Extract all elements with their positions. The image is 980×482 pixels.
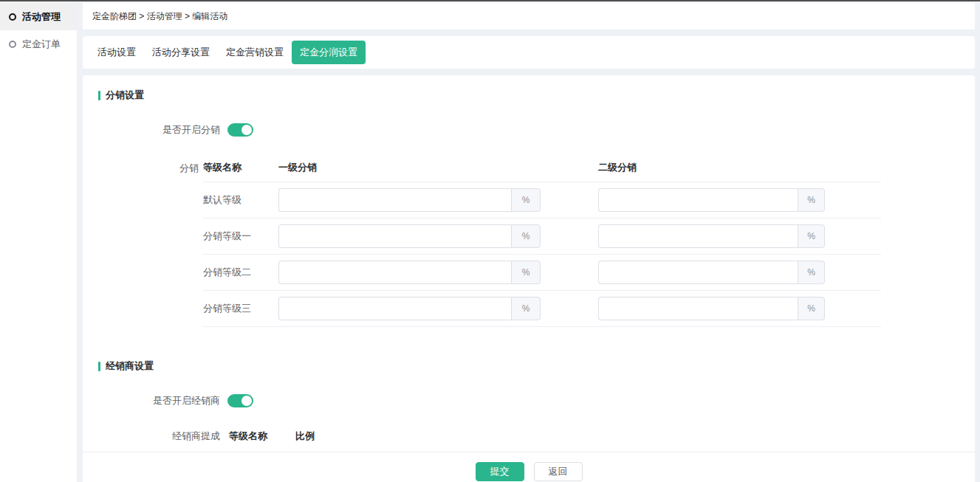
page: 活动管理定金订单 定金阶梯团 > 活动管理 > 编辑活动 活动设置活动分享设置定… <box>0 0 980 482</box>
dealer-header-level-name: 等级名称 <box>229 430 295 443</box>
level2-input-group: % <box>598 297 825 320</box>
distribution-table: 分销 等级名称 一级分销 二级分销 默认等级%%分销等级一%%分销等级二%%分销… <box>179 161 975 327</box>
level-name: 默认等级 <box>203 193 278 207</box>
sidebar-item-label: 定金订单 <box>22 38 61 51</box>
divider <box>203 326 881 327</box>
dealer-toggle-row: 是否开启经销商 <box>83 394 975 407</box>
level1-percent-input[interactable] <box>278 188 511 212</box>
distribution-section-title: 分销设置 <box>98 89 975 102</box>
tab-1[interactable]: 活动设置 <box>89 41 144 64</box>
circle-icon <box>9 41 16 48</box>
level2-input-group: % <box>598 261 825 284</box>
tab-bar: 活动设置活动分享设置定金营销设置定金分润设置 <box>83 36 975 69</box>
percent-suffix: % <box>798 261 825 284</box>
level2-percent-input[interactable] <box>598 188 798 212</box>
back-button[interactable]: 返回 <box>534 462 583 481</box>
level-name: 分销等级三 <box>203 302 278 315</box>
header-level2: 二级分销 <box>598 161 825 174</box>
toggle-knob-icon <box>241 125 252 135</box>
distribution-row: 默认等级%% <box>203 182 881 218</box>
percent-suffix: % <box>511 261 541 284</box>
footer-bar: 提交 返回 <box>83 452 975 481</box>
dealer-section-title: 经销商设置 <box>98 359 975 373</box>
sidebar-item-2[interactable]: 定金订单 <box>0 30 77 58</box>
dealer-table-header: 经销商提成 等级名称 比例 <box>83 430 975 443</box>
level1-input-group: % <box>278 188 541 212</box>
header-level-name: 等级名称 <box>203 161 278 174</box>
dealer-table-label: 经销商提成 <box>83 430 220 443</box>
percent-suffix: % <box>511 224 541 248</box>
level1-input-group: % <box>278 297 541 320</box>
level2-input-group: % <box>598 188 825 212</box>
header-level1: 一级分销 <box>278 161 541 174</box>
distribution-toggle[interactable] <box>227 123 253 137</box>
tab-3[interactable]: 定金营销设置 <box>218 41 292 64</box>
level1-percent-input[interactable] <box>278 297 511 320</box>
distribution-toggle-row: 是否开启分销 <box>83 123 975 137</box>
distribution-row: 分销等级三%% <box>203 291 881 326</box>
percent-suffix: % <box>511 188 541 212</box>
breadcrumb-text: 定金阶梯团 > 活动管理 > 编辑活动 <box>92 10 227 23</box>
level2-percent-input[interactable] <box>598 224 798 248</box>
distribution-toggle-label: 是否开启分销 <box>83 123 220 137</box>
main-card: 分销设置 是否开启分销 分销 等级名称 一级分销 二级分销 <box>83 75 975 482</box>
dealer-header-ratio: 比例 <box>295 430 315 443</box>
dealer-section-title-text: 经销商设置 <box>106 359 154 373</box>
tab-2[interactable]: 活动分享设置 <box>144 41 218 64</box>
level2-percent-input[interactable] <box>598 261 798 284</box>
level1-percent-input[interactable] <box>278 224 511 248</box>
percent-suffix: % <box>798 188 825 212</box>
toggle-knob-icon <box>241 396 252 406</box>
sidebar-item-label: 活动管理 <box>22 10 61 24</box>
level2-input-group: % <box>598 224 825 248</box>
distribution-row: 分销等级一%% <box>203 218 881 254</box>
section-bar-icon <box>98 91 100 100</box>
section-bar-icon <box>98 362 100 371</box>
level-name: 分销等级二 <box>203 266 278 279</box>
content-area: 定金阶梯团 > 活动管理 > 编辑活动 活动设置活动分享设置定金营销设置定金分润… <box>83 3 975 482</box>
dealer-toggle-label: 是否开启经销商 <box>83 394 220 407</box>
submit-button[interactable]: 提交 <box>476 462 524 481</box>
level2-percent-input[interactable] <box>598 297 798 320</box>
sidebar-item-1[interactable]: 活动管理 <box>0 3 77 30</box>
percent-suffix: % <box>511 297 541 320</box>
level1-percent-input[interactable] <box>278 261 511 284</box>
level-name: 分销等级一 <box>203 230 278 243</box>
dealer-toggle[interactable] <box>227 394 253 407</box>
distribution-row: 分销等级二%% <box>203 255 881 290</box>
breadcrumb: 定金阶梯团 > 活动管理 > 编辑活动 <box>83 3 975 30</box>
percent-suffix: % <box>798 224 825 248</box>
tab-4[interactable]: 定金分润设置 <box>292 41 366 64</box>
level1-input-group: % <box>278 261 541 284</box>
distribution-section-title-text: 分销设置 <box>106 89 144 102</box>
sidebar: 活动管理定金订单 <box>0 3 77 482</box>
distribution-table-label: 分销 <box>179 161 199 327</box>
level1-input-group: % <box>278 224 541 248</box>
percent-suffix: % <box>798 297 825 320</box>
distribution-table-header: 等级名称 一级分销 二级分销 <box>203 161 881 182</box>
circle-icon <box>9 13 16 21</box>
